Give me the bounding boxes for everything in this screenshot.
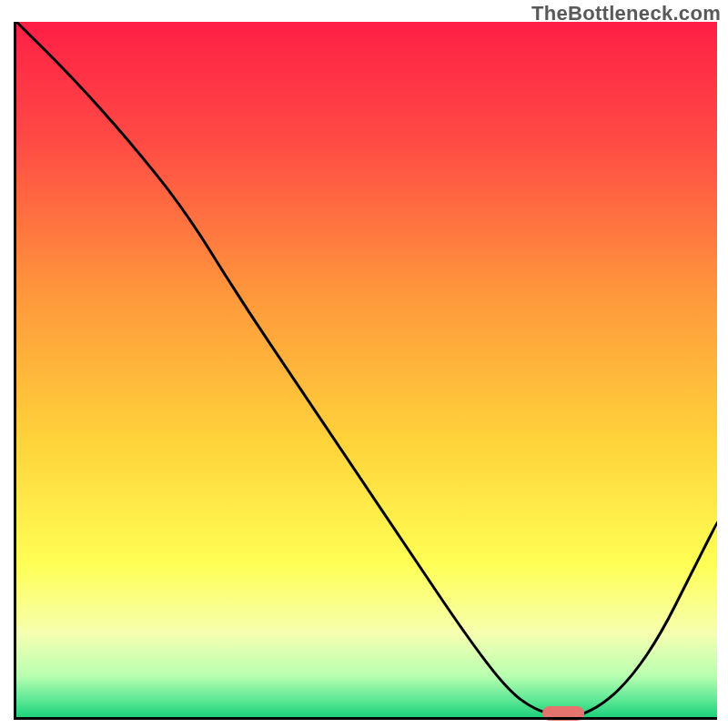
axes-frame xyxy=(14,22,717,720)
chart-root: TheBottleneck.com xyxy=(0,0,728,728)
